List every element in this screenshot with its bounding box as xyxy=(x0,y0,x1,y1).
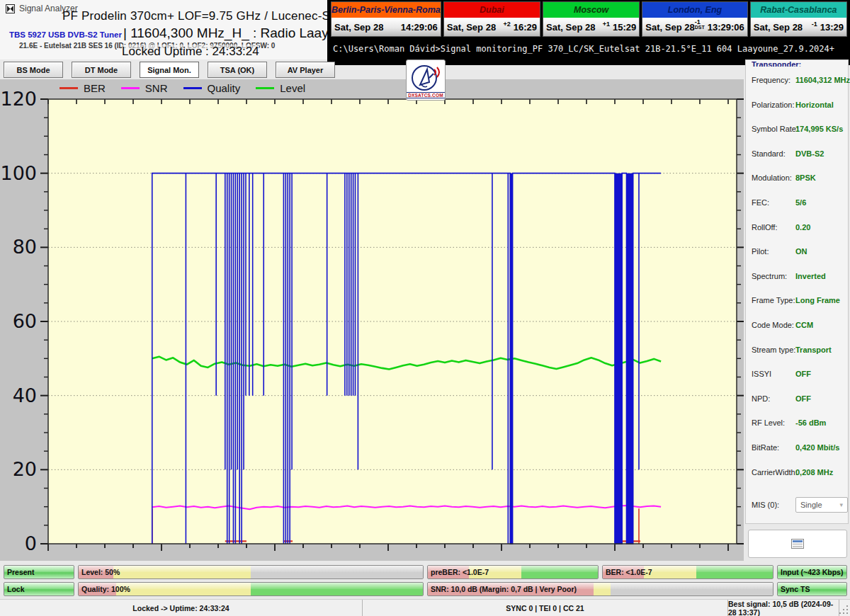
status-row-1: PresentLevel: 50%preBER: <1.0E-7BER: <1.… xyxy=(0,565,850,580)
svg-text:20: 20 xyxy=(13,458,37,480)
param-row: Modulation:8PSK xyxy=(752,173,845,185)
legend-swatch xyxy=(121,87,140,89)
status-bar: Locked -> Uptime: 24:33:24 SYNC 0 | TEI … xyxy=(0,599,850,616)
param-value: ON xyxy=(795,247,808,256)
svg-text:80: 80 xyxy=(13,236,37,258)
clock-city: Dubai xyxy=(444,2,540,18)
tab-bs-mode[interactable]: BS Mode xyxy=(4,62,63,78)
mis-label: MIS (0): xyxy=(752,501,779,509)
progress-bar-preber: preBER: <1.0E-7 xyxy=(427,565,599,579)
clock-time: 13:29:06 xyxy=(708,22,744,33)
clock-offset: +1 xyxy=(603,21,610,28)
satellite-dish-icon xyxy=(410,64,441,92)
clock-body: Sat, Sep 28-113:29 xyxy=(751,18,846,36)
tab-dt-mode[interactable]: DT Mode xyxy=(72,62,131,78)
bar-label: preBER: <1.0E-7 xyxy=(431,568,489,576)
param-label: NPD: xyxy=(752,394,770,406)
tuner-name: TBS 5927 USB DVB-S2 Tuner xyxy=(9,30,122,39)
clock-offset: -1DST xyxy=(695,18,705,30)
clock-offset-label: DST xyxy=(695,25,705,30)
param-label: CarrierWidth: xyxy=(752,468,798,479)
bar-gloss xyxy=(79,566,423,572)
param-value: OFF xyxy=(795,370,811,378)
mode-tabs: BS ModeDT ModeSignal Mon.TSA (OK)AV Play… xyxy=(4,62,335,78)
clock-city: Rabat-Casablanca xyxy=(751,2,846,18)
clock-time: 16:29 xyxy=(514,22,537,33)
header-block: Signal Analyzer PF Prodelin 370cm+ LOF=9… xyxy=(0,0,327,59)
params-panel: Transponder: Frequency:11604,312 MHzPola… xyxy=(745,59,849,524)
param-label: Stream type: xyxy=(752,346,795,357)
param-value: 5/6 xyxy=(795,198,806,207)
progress-bar-quality: Quality: 100% xyxy=(78,582,424,596)
param-row: NPD:OFF xyxy=(752,394,845,406)
legend-item: SNR xyxy=(121,82,168,94)
clock-body: Sat, Sep 28+216:29 xyxy=(444,18,540,36)
param-row: Symbol Rate:174,995 KS/s xyxy=(752,125,845,136)
footer-sync-counters: SYNC 0 | TEI 0 | CC 21 xyxy=(363,600,728,616)
param-value: 0,208 MHz xyxy=(795,468,833,477)
param-label: FEC: xyxy=(752,198,769,210)
console-panel: Berlin-Paris-Vienna-RomaSat, Sep 2814:29… xyxy=(327,0,850,65)
resize-grip[interactable] xyxy=(840,600,850,616)
bar-label: Quality: 100% xyxy=(81,585,130,593)
footer-best-signal: Best signal: 10,5 dB (2024-09-28 13:37) xyxy=(728,600,839,616)
tab-av-player[interactable]: AV Player xyxy=(276,62,335,78)
chart-region: 020406080100120 BERSNRQualityLevel xyxy=(0,79,744,561)
clock-city: London, Eng xyxy=(642,2,747,18)
param-row: Pilot:ON xyxy=(752,247,845,258)
param-label: RF Level: xyxy=(752,418,785,430)
param-row: Frame Type:Long Frame xyxy=(752,296,845,307)
tab-tsa-ok[interactable]: TSA (OK) xyxy=(208,62,267,78)
clock-time: 15:29 xyxy=(613,22,636,33)
console-prompt: C:\Users\Roman Dávid>Signal monitoring_P… xyxy=(333,44,847,54)
param-label: Pilot: xyxy=(752,247,769,258)
status-badge-input: Input (~423 Kbps) xyxy=(777,565,847,579)
clock-offset: -1 xyxy=(812,21,817,28)
footer-uptime: Locked -> Uptime: 24:33:24 xyxy=(0,600,363,616)
param-row: ISSYIOFF xyxy=(752,370,845,381)
mis-dropdown[interactable]: Single ▾ xyxy=(795,497,848,513)
mis-value: Single xyxy=(800,501,822,509)
dxsatcs-logo: DXSATCS.COM xyxy=(406,59,446,101)
param-row: Frequency:11604,312 MHz xyxy=(752,76,845,87)
param-row: CarrierWidth:0,208 MHz xyxy=(752,468,845,479)
tab-signal-mon[interactable]: Signal Mon. xyxy=(140,62,199,78)
signal-analyzer-window: Signal Analyzer PF Prodelin 370cm+ LOF=9… xyxy=(0,0,850,616)
legend-swatch xyxy=(256,87,274,89)
param-label: Frequency: xyxy=(752,76,790,87)
svg-text:60: 60 xyxy=(13,310,37,332)
param-value: Inverted xyxy=(795,272,826,280)
svg-text:0: 0 xyxy=(25,532,37,554)
param-label: ISSYI xyxy=(752,370,771,381)
param-row: RollOff:0.20 xyxy=(752,223,845,234)
clock-panel: Rabat-CasablancaSat, Sep 28-113:29 xyxy=(750,1,847,37)
status-badge-present: Present xyxy=(4,565,74,579)
legend-item: Level xyxy=(256,82,305,94)
clock-time: 14:29:06 xyxy=(401,22,438,33)
panel-action-button[interactable] xyxy=(748,530,847,558)
param-label: Symbol Rate: xyxy=(752,125,798,136)
clock-date: Sat, Sep 28 xyxy=(645,22,694,33)
clock-city: Berlin-Paris-Vienna-Roma xyxy=(332,2,441,18)
clock-date: Sat, Sep 28 xyxy=(546,22,595,33)
param-value: 0.20 xyxy=(795,223,810,232)
bar-label: BER: <1.0E-7 xyxy=(606,568,652,576)
bar-label: Level: 50% xyxy=(81,568,120,576)
param-value: Horizontal xyxy=(795,101,834,109)
signal-chart: 020406080100120 xyxy=(0,79,744,561)
world-clocks: Berlin-Paris-Vienna-RomaSat, Sep 2814:29… xyxy=(331,1,847,37)
svg-text:40: 40 xyxy=(13,384,37,406)
status-badge-syncts: Sync TS xyxy=(777,582,847,596)
svg-text:120: 120 xyxy=(0,88,37,110)
legend-swatch xyxy=(183,87,202,89)
clock-city: Moscow xyxy=(543,2,639,18)
param-row: Polarization:Horizontal xyxy=(752,101,845,112)
param-label: RollOff: xyxy=(752,223,777,234)
param-value: Transport xyxy=(795,346,832,354)
legend-swatch xyxy=(60,87,78,89)
svg-text:100: 100 xyxy=(0,162,37,184)
param-value: -56 dBm xyxy=(795,418,826,427)
clock-date: Sat, Sep 28 xyxy=(754,22,803,33)
legend-label: SNR xyxy=(145,82,168,94)
param-value: DVB-S2 xyxy=(795,149,824,158)
